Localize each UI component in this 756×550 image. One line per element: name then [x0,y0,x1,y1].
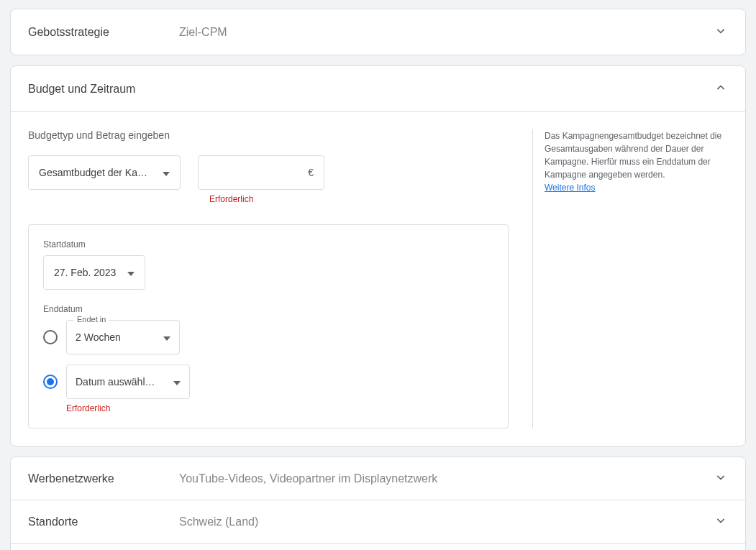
bottom-stack: Werbenetzwerke YouTube-Videos, Videopart… [10,457,746,550]
languages-card: Sprachen Deutsch [10,544,746,550]
budget-type-select[interactable]: Gesamtbudget der Kampagne [28,155,181,190]
budget-main: Budgettyp und Betrag eingeben Gesamtbudg… [28,129,515,428]
end-date-select[interactable]: Datum auswähl… [66,365,190,399]
budget-help-link[interactable]: Weitere Infos [545,183,595,193]
budget-form-label: Budgettyp und Betrag eingeben [28,129,515,141]
bid-strategy-summary: Ziel-CPM [179,26,714,39]
end-date-specific-radio[interactable] [43,375,58,389]
ends-in-value: 2 Wochen [76,331,163,343]
budget-amount-field[interactable] [209,167,308,178]
networks-card: Werbenetzwerke YouTube-Videos, Videopart… [10,457,746,500]
date-panel: Startdatum 27. Feb. 2023 Enddatum [28,224,509,428]
budget-card: Budget und Zeitraum Budgettyp und Betrag… [10,65,746,446]
networks-header[interactable]: Werbenetzwerke YouTube-Videos, Videopart… [11,457,745,500]
caret-down-icon [127,267,135,278]
networks-summary: YouTube-Videos, Videopartner im Displayn… [179,472,714,485]
locations-title: Standorte [28,515,179,528]
locations-card: Standorte Schweiz (Land) [10,500,746,544]
budget-type-value: Gesamtbudget der Kampagne [39,167,155,178]
end-date-error: Erforderlich [43,403,493,413]
budget-help-panel: Das Kampagnengesamtbudget bezeichnet die… [532,129,728,428]
bid-strategy-card: Gebotsstrategie Ziel-CPM [10,9,746,55]
budget-amount-error: Erforderlich [198,194,324,204]
currency-symbol: € [308,167,314,178]
start-date-label: Startdatum [43,239,493,249]
chevron-down-icon [714,24,728,40]
end-date-select-label: Datum auswähl… [76,376,173,388]
caret-down-icon [173,376,181,388]
caret-down-icon [163,331,170,343]
budget-header[interactable]: Budget und Zeitraum [11,66,745,111]
budget-amount-input[interactable]: € [198,155,324,190]
budget-body: Budgettyp und Betrag eingeben Gesamtbudg… [11,111,745,446]
chevron-down-icon [714,513,728,530]
start-date-value: 27. Feb. 2023 [54,267,116,278]
languages-header[interactable]: Sprachen Deutsch [11,544,745,550]
budget-title: Budget und Zeitraum [28,83,714,96]
chevron-down-icon [714,470,728,487]
start-date-select[interactable]: 27. Feb. 2023 [43,255,145,290]
end-date-label: Enddatum [43,304,493,314]
chevron-up-icon [714,81,728,97]
budget-help-text: Das Kampagnengesamtbudget bezeichnet die… [545,131,721,180]
networks-title: Werbenetzwerke [28,472,179,485]
end-date-relative-radio[interactable] [43,330,58,344]
bid-strategy-header[interactable]: Gebotsstrategie Ziel-CPM [11,9,745,55]
bid-strategy-title: Gebotsstrategie [28,26,179,39]
locations-header[interactable]: Standorte Schweiz (Land) [11,500,745,543]
ends-in-select[interactable]: Endet in 2 Wochen [66,320,180,354]
locations-summary: Schweiz (Land) [179,515,714,528]
ends-in-float-label: Endet in [74,315,109,324]
caret-down-icon [163,167,170,178]
